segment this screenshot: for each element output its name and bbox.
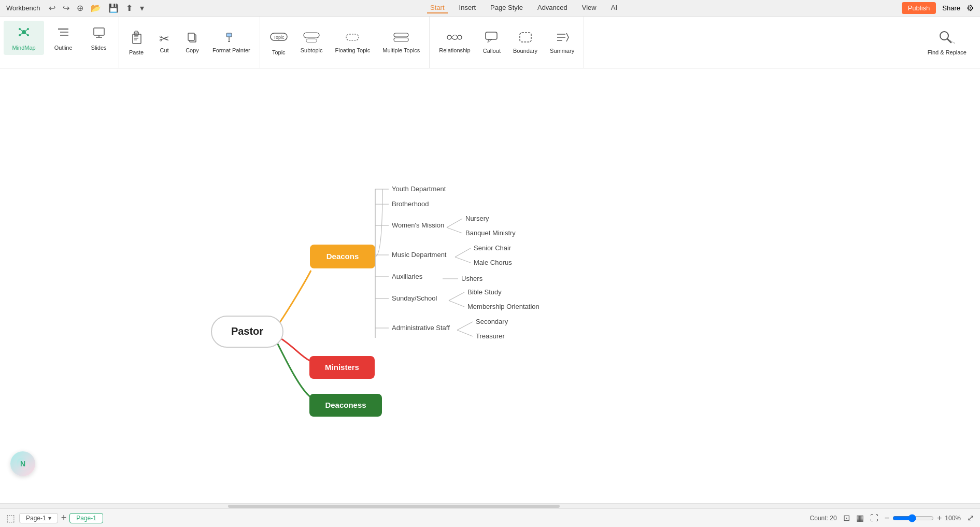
svg-text:Banquet Ministry: Banquet Ministry [465, 229, 516, 237]
callout-icon [485, 31, 499, 47]
svg-text:Auxillaries: Auxillaries [392, 273, 423, 280]
nav-view[interactable]: View [579, 3, 600, 13]
svg-text:Youth Department: Youth Department [392, 185, 446, 193]
zoom-controls: − + 100% [885, 514, 961, 523]
export-button[interactable]: ⬆ [124, 3, 135, 13]
zoom-in-button[interactable]: + [937, 514, 942, 523]
find-replace-label: Find & Replace [928, 49, 967, 55]
floating-topic-label: Floating Topic [335, 47, 371, 53]
nav-advanced[interactable]: Advanced [534, 3, 571, 13]
svg-rect-29 [306, 39, 317, 42]
svg-line-82 [457, 322, 473, 330]
svg-line-79 [449, 301, 464, 307]
settings-icon[interactable]: ⚙ [967, 3, 974, 13]
outline-view-button[interactable]: Outline [46, 21, 81, 55]
svg-line-72 [455, 248, 471, 257]
relationship-icon [446, 32, 463, 46]
subtopic-icon [303, 32, 320, 46]
topic-button[interactable]: Topic Topic [264, 26, 293, 59]
pages-area: Page-1 ▾ + Page-1 [19, 512, 103, 523]
svg-text:Male Chorus: Male Chorus [474, 259, 512, 266]
redo-button[interactable]: ↪ [61, 3, 72, 13]
svg-text:Deacons: Deacons [326, 252, 359, 261]
svg-line-83 [457, 330, 473, 336]
nav-ai[interactable]: AI [608, 3, 620, 13]
fit-page-icon[interactable]: ⊡ [843, 513, 850, 523]
more-button[interactable]: ▾ [138, 3, 146, 13]
expand-icon[interactable]: ⤢ [967, 513, 974, 523]
floating-topic-button[interactable]: Floating Topic [330, 29, 376, 56]
zoom-slider[interactable] [892, 514, 934, 522]
slides-view-button[interactable]: Slides [83, 21, 115, 55]
svg-rect-37 [520, 33, 531, 42]
zoom-level: 100% [945, 515, 961, 522]
copy-button[interactable]: Copy [179, 29, 205, 56]
svg-marker-36 [488, 39, 492, 42]
svg-text:Brotherhood: Brotherhood [392, 200, 429, 208]
boundary-button[interactable]: Boundary [508, 28, 543, 57]
scrollbar-horizontal[interactable] [0, 503, 980, 508]
format-painter-button[interactable]: Format Painter [207, 29, 255, 56]
page-dropdown[interactable]: Page-1 ▾ [19, 513, 58, 523]
outline-icon [56, 25, 70, 42]
svg-point-2 [19, 28, 21, 30]
svg-point-4 [27, 28, 29, 30]
svg-point-8 [27, 34, 29, 36]
mindmap-view-button[interactable]: MindMap [4, 21, 44, 55]
share-button[interactable]: Share [942, 4, 960, 12]
cut-button[interactable]: ✂ Cut [151, 29, 177, 56]
svg-text:Treasurer: Treasurer [476, 332, 505, 340]
sidebar-toggle-icon[interactable]: ⬚ [6, 512, 15, 524]
nav-pagestyle[interactable]: Page Style [487, 3, 526, 13]
new-button[interactable]: ⊕ [75, 3, 86, 13]
nav-insert[interactable]: Insert [456, 3, 479, 13]
nav-start[interactable]: Start [427, 3, 447, 13]
svg-text:Ushers: Ushers [461, 275, 483, 282]
svg-rect-28 [304, 33, 319, 38]
find-replace-button[interactable]: Find & Replace [922, 26, 972, 59]
undo-button[interactable]: ↩ [47, 3, 58, 13]
svg-line-69 [447, 227, 462, 233]
tools-section: Relationship Callout Boundary [430, 17, 584, 68]
save-button[interactable]: 💾 [106, 3, 121, 13]
mindmap: Deacons Ministers Deaconess Pastor [0, 68, 980, 503]
summary-button[interactable]: Summary [545, 28, 579, 57]
relationship-button[interactable]: Relationship [434, 29, 476, 56]
svg-text:Administrative Staff: Administrative Staff [392, 324, 450, 332]
active-page-tab[interactable]: Page-1 [69, 513, 103, 523]
outline-view-icon[interactable]: ▦ [856, 513, 864, 523]
scrollbar-thumb[interactable] [228, 505, 560, 508]
insert-section: Topic Topic Subtopic Floating Topic [260, 17, 430, 68]
zoom-out-button[interactable]: − [885, 514, 889, 523]
svg-text:Pastor: Pastor [231, 325, 263, 337]
canvas[interactable]: Deacons Ministers Deaconess Pastor [0, 68, 980, 503]
page-dropdown-arrow: ▾ [48, 515, 51, 522]
ribbon: MindMap Outline [0, 17, 980, 68]
svg-text:Music Department: Music Department [392, 251, 447, 259]
open-button[interactable]: 📂 [89, 3, 103, 13]
svg-point-6 [19, 34, 21, 36]
mindmap-svg: Deacons Ministers Deaconess Pastor [0, 68, 980, 462]
callout-button[interactable]: Callout [478, 28, 506, 57]
fullscreen-icon[interactable]: ⛶ [870, 514, 878, 523]
top-nav: Start Insert Page Style Advanced View AI [427, 3, 620, 13]
app-logo[interactable]: N [10, 451, 35, 476]
svg-rect-22 [188, 33, 194, 40]
cut-label: Cut [160, 47, 168, 53]
slides-view-label: Slides [91, 45, 107, 51]
svg-marker-25 [228, 40, 230, 42]
svg-line-68 [447, 219, 462, 227]
app-brand: Workbench [6, 4, 40, 12]
multiple-topics-button[interactable]: Multiple Topics [377, 29, 425, 56]
publish-button[interactable]: Publish [902, 2, 936, 14]
summary-icon [555, 31, 570, 47]
find-replace-section: Find & Replace [914, 17, 980, 68]
view-switcher: MindMap Outline [0, 17, 119, 68]
paste-button[interactable]: Paste [123, 26, 149, 59]
floating-topic-icon [344, 32, 361, 46]
add-page-button[interactable]: + [61, 512, 67, 523]
subtopic-button[interactable]: Subtopic [295, 29, 328, 56]
relationship-label: Relationship [439, 47, 471, 53]
svg-rect-35 [486, 32, 497, 39]
svg-text:Membership Orientation: Membership Orientation [467, 303, 539, 310]
